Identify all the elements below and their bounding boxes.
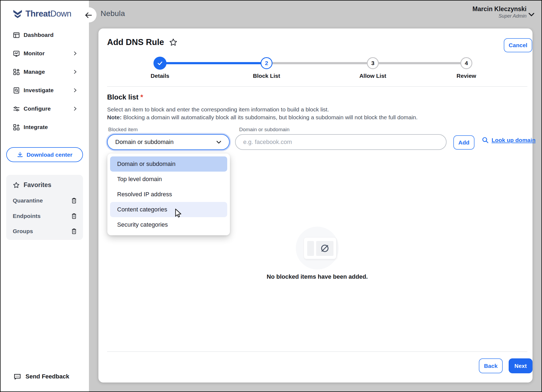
sidebar-item-dashboard[interactable]: Dashboard <box>0 26 89 44</box>
favorite-item-endpoints[interactable]: Endpoints <box>6 208 83 224</box>
check-icon <box>157 60 163 66</box>
menu-option-top-level-domain[interactable]: Top level domain <box>110 172 227 187</box>
integrate-icon <box>13 124 20 131</box>
sidebar-item-integrate[interactable]: Integrate <box>0 118 89 136</box>
search-icon <box>482 136 489 144</box>
sidebar-item-monitor[interactable]: Monitor <box>0 45 89 62</box>
trash-icon[interactable] <box>71 213 77 219</box>
cancel-button[interactable]: Cancel <box>504 38 532 52</box>
chevron-down-icon <box>216 139 222 145</box>
step-2-circle[interactable]: 2 <box>261 57 272 69</box>
sidebar-item-label: Investigate <box>24 87 54 94</box>
note-text: Blocking a domain will automatically blo… <box>122 114 418 120</box>
step-label-review: Review <box>457 73 476 79</box>
send-feedback-button[interactable]: Send Feedback <box>14 373 69 380</box>
add-button[interactable]: Add <box>453 135 474 150</box>
block-list-note: Note: Blocking a domain will automatical… <box>107 114 418 121</box>
sidebar-item-label: Dashboard <box>24 32 54 38</box>
trash-icon[interactable] <box>71 228 77 234</box>
favorites-title: Favorites <box>24 181 51 189</box>
step-3-circle[interactable]: 3 <box>367 57 379 69</box>
page-title: Add DNS Rule <box>107 37 164 47</box>
menu-option-content-categories[interactable]: Content categories <box>110 202 227 217</box>
step-label-block-list: Block List <box>253 73 280 79</box>
favorite-star-icon[interactable] <box>169 38 178 47</box>
sidebar-item-label: Monitor <box>24 50 45 57</box>
lookup-domain-label: Look up domain <box>492 137 535 143</box>
threatdown-logo-icon <box>12 9 23 19</box>
user-menu-chevron-icon[interactable] <box>527 10 535 18</box>
user-role: Super Admin <box>473 13 527 19</box>
user-name: Marcin Kleczynski <box>473 5 527 13</box>
favorite-label: Quarantine <box>13 197 43 204</box>
blocked-item-dropdown-menu: Domain or subdomain Top level domain Res… <box>107 153 230 235</box>
star-icon <box>13 182 20 189</box>
user-menu[interactable]: Marcin Kleczynski Super Admin <box>473 5 527 19</box>
step-number: 4 <box>465 60 468 66</box>
menu-option-label: Domain or subdomain <box>117 160 175 168</box>
configure-icon <box>13 105 20 113</box>
domain-input[interactable] <box>235 134 447 150</box>
menu-option-label: Resolved IP address <box>117 191 172 198</box>
divider <box>107 351 527 352</box>
menu-option-resolved-ip-address[interactable]: Resolved IP address <box>110 187 227 202</box>
step-number: 3 <box>371 60 374 66</box>
menu-option-domain-or-subdomain[interactable]: Domain or subdomain <box>110 156 227 172</box>
favorites-panel: Favorites Quarantine Endpoints Groups <box>6 175 83 240</box>
chevron-right-icon <box>73 69 78 74</box>
trash-icon[interactable] <box>71 197 77 204</box>
menu-option-security-categories[interactable]: Security categories <box>110 217 227 232</box>
favorite-label: Groups <box>13 228 33 234</box>
app-title: Nebula <box>101 9 125 18</box>
collapse-sidebar-button[interactable] <box>83 10 94 21</box>
sidebar: ThreatDown Dashboard Monitor Manage <box>0 0 89 392</box>
send-feedback-label: Send Feedback <box>25 373 69 380</box>
sidebar-item-investigate[interactable]: Investigate <box>0 82 89 99</box>
sidebar-item-label: Integrate <box>24 124 48 130</box>
blocked-item-select-value: Domain or subdomain <box>115 139 174 146</box>
block-list-description: Select an item to block and enter the co… <box>107 106 329 113</box>
stepper-connector-done <box>160 62 267 64</box>
step-label-details: Details <box>151 73 169 79</box>
download-center-button[interactable]: Download center <box>6 147 83 162</box>
step-number: 2 <box>265 60 268 66</box>
favorite-item-quarantine[interactable]: Quarantine <box>6 193 83 208</box>
monitor-icon <box>13 50 20 57</box>
domain-field-label: Domain or subdomain <box>239 127 290 133</box>
note-label: Note: <box>107 114 122 120</box>
menu-option-label: Top level domain <box>117 176 162 183</box>
chevron-right-icon <box>73 106 78 111</box>
logo-text-threat: Threat <box>25 9 50 18</box>
required-asterisk: * <box>140 93 143 101</box>
stepper-connector <box>267 62 373 64</box>
investigate-icon <box>13 87 20 94</box>
blocked-item-label: Blocked item <box>108 127 138 133</box>
favorite-item-groups[interactable]: Groups <box>6 224 83 239</box>
sidebar-item-label: Configure <box>24 105 51 112</box>
step-label-allow-list: Allow List <box>359 73 386 79</box>
empty-state-text: No blocked items have been added. <box>107 273 527 280</box>
favorite-label: Endpoints <box>13 213 41 219</box>
back-button[interactable]: Back <box>479 358 503 373</box>
block-list-heading-text: Block list <box>107 93 139 101</box>
step-4-circle[interactable]: 4 <box>460 57 472 69</box>
sidebar-item-configure[interactable]: Configure <box>0 100 89 117</box>
empty-state-card <box>304 237 336 259</box>
sidebar-item-label: Manage <box>24 69 45 75</box>
blocked-icon <box>319 243 330 254</box>
block-list-heading: Block list * <box>107 93 143 101</box>
sidebar-item-manage[interactable]: Manage <box>0 63 89 81</box>
back-arrow-icon <box>84 11 92 19</box>
divider <box>107 86 527 87</box>
download-center-label: Download center <box>27 152 72 158</box>
step-1-circle[interactable] <box>153 57 166 70</box>
logo-text-down: Down <box>50 9 71 18</box>
menu-option-label: Security categories <box>117 221 168 228</box>
next-button[interactable]: Next <box>509 358 533 373</box>
menu-option-label: Content categories <box>117 206 167 213</box>
blocked-item-select[interactable]: Domain or subdomain <box>107 134 230 150</box>
empty-card-bar <box>307 241 314 256</box>
dashboard-icon <box>13 31 20 39</box>
threatdown-logo: ThreatDown <box>12 9 71 19</box>
lookup-domain-link[interactable]: Look up domain <box>482 136 535 144</box>
